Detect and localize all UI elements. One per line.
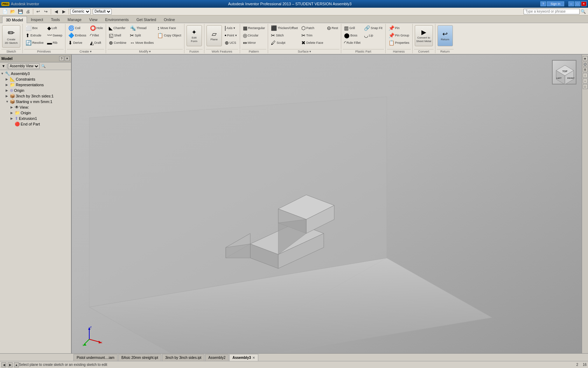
rectangular-button[interactable]: ▦ Rectangular (241, 25, 267, 32)
right-panel-btn-1[interactable]: ⊕ (583, 56, 588, 61)
right-panel-btn-2[interactable]: 🔘 (583, 62, 588, 67)
minimize-button[interactable]: ─ (568, 1, 574, 6)
expander-starting[interactable]: ▼ (6, 100, 10, 103)
expander-extrusion1[interactable]: ▶ (10, 117, 15, 120)
tab-environments[interactable]: Environments (101, 16, 132, 23)
boss-button[interactable]: ⬤ Boss (343, 32, 362, 39)
combine-button[interactable]: ⊕ Combine (107, 39, 128, 46)
trim-button[interactable]: ✂ Trim (300, 32, 325, 39)
shell-button[interactable]: ◱ Shell (107, 32, 128, 39)
fillet-button[interactable]: ◜ Fillet (89, 32, 105, 39)
expander-origin-1[interactable]: ▶ (6, 89, 10, 92)
tab-online[interactable]: Online (160, 16, 179, 23)
extrude-button[interactable]: ⬆ Extrude (24, 32, 45, 39)
tree-item-origin-2[interactable]: ▶ 📁 Origin (1, 110, 70, 116)
move-face-button[interactable]: ↕ Move Face (156, 25, 183, 32)
viewport[interactable]: TOP LEFT FRONT Z X Y (72, 55, 582, 353)
axis-button[interactable]: | Axis ▾ (223, 25, 238, 32)
tab-inspect[interactable]: Inspect (27, 16, 47, 23)
patch-button[interactable]: ⬡ Patch (300, 25, 325, 32)
qa-forward[interactable]: ▶ (60, 8, 67, 15)
point-button[interactable]: • Point ▾ (223, 32, 238, 39)
tree-item-representations[interactable]: ▶ 📁 Representations (1, 82, 70, 88)
expander-3inch[interactable]: ▶ (6, 94, 10, 98)
coil-button[interactable]: 🌀 Coil (67, 25, 88, 32)
qa-open[interactable]: 📂 (9, 8, 16, 15)
lip-button[interactable]: ◡ Lip (363, 32, 384, 39)
tab-tools[interactable]: Tools (47, 16, 64, 23)
search-button[interactable]: 🔍 (580, 8, 587, 15)
tree-item-end-of-part[interactable]: 🔴 End of Part (1, 121, 70, 127)
search-model-icon[interactable]: 🔍 (40, 63, 47, 69)
view-selector[interactable]: Assembly View (8, 63, 40, 69)
delete-face-button[interactable]: ✖ Delete Face (300, 39, 325, 46)
circular-button[interactable]: ◎ Circular (241, 32, 267, 39)
close-button[interactable]: ✕ (581, 1, 587, 6)
return-button[interactable]: ↩ Return (438, 25, 453, 46)
qa-save[interactable]: 💾 (17, 8, 24, 15)
rule-fillet-button[interactable]: ◜ Rule Fillet (343, 39, 362, 46)
rest-button[interactable]: ⊝ Rest (326, 25, 340, 32)
expander-assembly3[interactable]: ▼ (1, 72, 5, 75)
move-bodies-button[interactable]: ↔ Move Bodies (128, 39, 155, 46)
qa-undo[interactable]: ↩ (35, 8, 42, 15)
tree-item-assembly3[interactable]: ▼ 🔧 Assembly3 (1, 71, 70, 76)
sweep-button[interactable]: 〰 Sweep (46, 32, 64, 39)
tab-assembly2[interactable]: Assembly2 (205, 354, 229, 361)
default-dropdown[interactable]: Default (93, 9, 112, 14)
revolve-button[interactable]: 🔄 Revolve (24, 39, 45, 46)
derive-button[interactable]: ⬇ Derive (67, 39, 88, 46)
statusbar-btn-2[interactable]: ▶ (8, 362, 13, 367)
tab-3inch[interactable]: 3inch by 3inch sides.ipt (162, 354, 204, 361)
draft-button[interactable]: ◭ Draft (89, 39, 105, 46)
tree-item-starting[interactable]: ▼ 📦 Starting v mm 5mm:1 (1, 99, 70, 104)
ucs-button[interactable]: ⊕ UCS (223, 39, 238, 46)
right-panel-btn-4[interactable]: ↕ (583, 73, 588, 78)
nav-cube[interactable]: TOP LEFT FRONT (552, 60, 576, 84)
expander-view[interactable]: ▶ (10, 105, 15, 109)
edit-form-button[interactable]: ✦ EditForm (187, 25, 202, 46)
sculpt-button[interactable]: 🖊 Sculpt (270, 39, 299, 46)
chamfer-button[interactable]: ◣ Chamfer (107, 25, 128, 32)
box-button[interactable]: ⬜ Box (24, 25, 45, 32)
generic-dropdown[interactable]: Generic (70, 9, 91, 14)
restore-button[interactable]: □ (575, 1, 580, 6)
tab-get-started[interactable]: Get Started (133, 16, 160, 23)
mirror-button[interactable]: ⇔ Mirror (241, 39, 267, 46)
tab-manage[interactable]: Manage (64, 16, 85, 23)
properties-button[interactable]: 📋 Properties (387, 39, 411, 46)
pin-button[interactable]: 📌 Pin (387, 25, 411, 32)
expander-constraints[interactable]: ▶ (6, 77, 10, 81)
right-panel-btn-3[interactable]: ☰ (583, 67, 588, 72)
qa-new[interactable]: 📄 (1, 8, 8, 15)
create-2d-sketch-button[interactable]: ✏ Create2D Sketch (2, 25, 20, 48)
tree-item-constraints[interactable]: ▶ 📐 Constraints (1, 76, 70, 82)
tab-basic[interactable]: BAsic 20mm streight.ipt (118, 354, 161, 361)
expander-representations[interactable]: ▶ (6, 83, 10, 87)
rib-button[interactable]: ▬ Rib (46, 39, 64, 46)
tree-item-view[interactable]: ▶ 👁 View: (1, 104, 70, 110)
qa-back[interactable]: ◀ (52, 8, 59, 15)
panel-close-button[interactable]: ✕ (65, 56, 70, 61)
panel-help-button[interactable]: ? (59, 56, 64, 61)
right-panel-btn-5[interactable]: ↔ (583, 79, 588, 83)
plane-button[interactable]: ▱ Plane (206, 25, 222, 46)
tab-pistol[interactable]: Pistol undermount....iam (74, 354, 118, 361)
snap-fit-button[interactable]: 🔗 Snap Fit (363, 25, 384, 32)
stitch-button[interactable]: ✂ Stitch (270, 32, 299, 39)
statusbar-btn-3[interactable]: ▲ (14, 362, 19, 367)
tree-item-3inch[interactable]: ▶ 📦 3inch by 3inch sides:1 (1, 93, 70, 99)
emboss-button[interactable]: 🔷 Emboss (67, 32, 88, 39)
tab-assembly3-close[interactable]: ✕ (252, 356, 255, 360)
copy-object-button[interactable]: 📋 Copy Object (156, 32, 183, 39)
tab-view[interactable]: View (85, 16, 102, 23)
help-button[interactable]: ? (540, 1, 546, 6)
search-input[interactable] (524, 9, 580, 14)
tab-3d-model[interactable]: 3D Model (2, 16, 27, 23)
sign-in-button[interactable]: Sign In (547, 1, 564, 6)
convert-sheet-metal-button[interactable]: ▶ Convert toSheet Metal (415, 25, 433, 46)
split-button[interactable]: ✂ Split (128, 32, 155, 39)
qa-print[interactable]: 🖨 (24, 8, 31, 15)
right-panel-btn-6[interactable]: □ (583, 84, 588, 89)
loft-button[interactable]: ◆ Loft (46, 25, 64, 32)
